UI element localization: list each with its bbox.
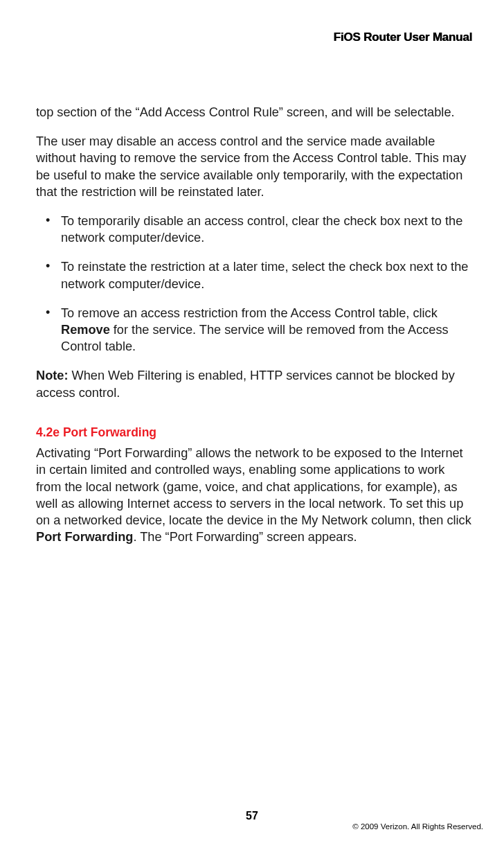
bullet-3-post-text: for the service. The service will be rem… (61, 323, 449, 353)
section-bold-text: Port Forwarding (36, 530, 133, 544)
document-header-title: FiOS Router User Manual (334, 30, 472, 44)
continuation-paragraph: top section of the “Add Access Control R… (36, 104, 472, 121)
bullet-item-1: To temporarily disable an access control… (36, 213, 472, 246)
section-post-text: . The “Port Forwarding” screen appears. (133, 530, 357, 544)
bullet-3-pre-text: To remove an access restriction from the… (61, 306, 438, 320)
section-paragraph: Activating “Port Forwarding” allows the … (36, 445, 472, 545)
section-pre-text: Activating “Port Forwarding” allows the … (36, 446, 471, 527)
bullet-item-2: To reinstate the restriction at a later … (36, 258, 472, 292)
note-label: Note: (36, 369, 68, 382)
note-paragraph: Note: When Web Filtering is enabled, HTT… (36, 367, 472, 400)
intro-paragraph: The user may disable an access control a… (36, 133, 472, 200)
copyright-text: © 2009 Verizon. All Rights Reserved. (352, 822, 483, 831)
bullet-item-3: To remove an access restriction from the… (36, 305, 472, 355)
bullet-3-bold-text: Remove (61, 323, 110, 337)
document-body: top section of the “Add Access Control R… (36, 104, 472, 545)
section-heading: 4.2e Port Forwarding (36, 425, 472, 441)
note-text: When Web Filtering is enabled, HTTP serv… (36, 369, 455, 399)
page-number: 57 (0, 810, 504, 822)
bullet-list: To temporarily disable an access control… (36, 213, 472, 355)
